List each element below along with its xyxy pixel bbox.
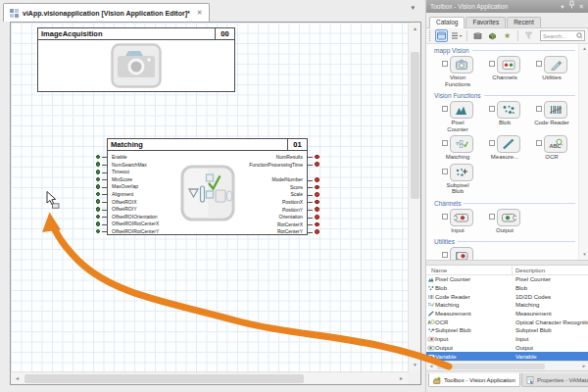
list-item-measurement[interactable]: MeasurementMeasurement: [426, 310, 588, 318]
list-view-button[interactable]: ▾: [450, 29, 463, 42]
checkbox[interactable]: [442, 252, 448, 258]
tab-toolbox[interactable]: Toolbox - Vision Application: [428, 373, 520, 387]
checkbox[interactable]: [489, 214, 495, 220]
image-acquisition-block[interactable]: ImageAcquisition 00: [37, 27, 235, 92]
catalog-item-input[interactable]: Input: [434, 208, 481, 236]
list-item-subpixel-blob[interactable]: Subpixel BlobSubpixel Blob: [426, 326, 588, 335]
scroll-down-icon[interactable]: ▼: [579, 250, 588, 260]
input-pin[interactable]: [96, 170, 101, 174]
catalog-item-matching[interactable]: Matching: [434, 134, 481, 163]
list-item-blob[interactable]: BlobBlob: [426, 284, 588, 293]
tab-favorites[interactable]: Favorites: [466, 17, 506, 27]
document-tab[interactable]: viApp.visionapplication [Vision Applicat…: [3, 3, 210, 22]
input-pin[interactable]: [96, 192, 101, 197]
catalog-item-pixel-counter[interactable]: Pixel Counter: [434, 100, 481, 134]
checkbox[interactable]: [442, 140, 448, 146]
list-item-code-reader[interactable]: Code Reader1D/2D Codes: [426, 292, 588, 301]
package-button[interactable]: [486, 29, 499, 42]
checkbox[interactable]: [489, 140, 495, 146]
catalog-item-subpixel-blob[interactable]: Subpixel Blob: [434, 163, 481, 197]
scroll-right-icon[interactable]: ►: [395, 372, 408, 385]
tab-properties[interactable]: Properties - VAMatching: [521, 373, 588, 387]
output-pin[interactable]: [315, 207, 319, 212]
checkbox[interactable]: [489, 106, 495, 112]
tab-list-dropdown-icon[interactable]: ▾: [411, 4, 415, 12]
output-pin[interactable]: [315, 222, 319, 227]
scrollbar-thumb[interactable]: [24, 374, 304, 383]
catalog-item-ocr[interactable]: ABC OCR: [528, 134, 575, 163]
output-pin[interactable]: [315, 192, 319, 197]
scroll-left-icon[interactable]: ◄: [11, 372, 24, 385]
category-view-button[interactable]: [435, 29, 448, 42]
scrollbar-thumb[interactable]: [411, 52, 419, 199]
scroll-up-icon[interactable]: ▲: [409, 23, 421, 35]
catalog-item-variable[interactable]: Variable: [434, 246, 481, 260]
catalog-item-utilities[interactable]: Utilities: [528, 55, 575, 89]
catalog-item-output[interactable]: Output: [481, 208, 528, 236]
checkbox[interactable]: [442, 169, 448, 174]
favorites-button[interactable]: ★: [501, 29, 514, 42]
catalog-item-channels[interactable]: Channels: [481, 55, 528, 89]
list-item-variable[interactable]: VariableVariable: [426, 352, 588, 361]
input-pin[interactable]: [96, 177, 101, 182]
output-pin[interactable]: [315, 229, 319, 234]
section-header-vision-functions[interactable]: Vision Functions: [434, 92, 575, 99]
input-pin[interactable]: [96, 207, 101, 212]
column-header-description[interactable]: Description: [513, 266, 588, 275]
input-pin[interactable]: [96, 199, 101, 204]
catalog-item-blob[interactable]: Blob: [481, 100, 528, 134]
module-button[interactable]: [471, 29, 484, 42]
catalog-item-label: OCR: [534, 154, 569, 161]
checkbox[interactable]: [536, 140, 542, 146]
output-pin[interactable]: [315, 200, 319, 205]
list-item-output[interactable]: OutputOutput: [426, 344, 588, 353]
editor-canvas[interactable]: ImageAcquisition 00 Ma: [10, 22, 421, 385]
toolbar-grip[interactable]: [429, 30, 431, 41]
checkbox[interactable]: [536, 61, 542, 67]
canvas-vertical-scrollbar[interactable]: ▲ ▼: [408, 23, 420, 371]
input-pin[interactable]: [96, 184, 101, 189]
output-pin[interactable]: [315, 162, 319, 167]
catalog-scrollbar[interactable]: ▲ ▼: [578, 44, 588, 260]
input-pin[interactable]: [96, 229, 101, 234]
input-pin[interactable]: [96, 162, 101, 167]
output-pin[interactable]: [315, 177, 319, 182]
section-header-utilities[interactable]: Utilities: [434, 238, 575, 245]
window-menu-icon[interactable]: ▾: [561, 0, 564, 13]
input-pin[interactable]: [96, 215, 101, 220]
section-header-mapp-vision[interactable]: mapp Vision: [434, 47, 575, 54]
checkbox[interactable]: [442, 214, 448, 220]
clear-filter-button[interactable]: [522, 29, 535, 42]
checkbox[interactable]: [489, 61, 495, 67]
list-item-pixel-counter[interactable]: Pixel CounterPixel Counter: [426, 275, 588, 284]
matching-block[interactable]: Matching 01 Enable NumSearchMax Timeout …: [107, 138, 308, 235]
close-icon[interactable]: ✕: [579, 0, 584, 13]
search-input[interactable]: [543, 33, 576, 39]
list-item-ocr[interactable]: AOCROptical Character Recognition: [426, 318, 588, 326]
checkbox[interactable]: [442, 106, 448, 112]
column-header-name[interactable]: Name: [426, 266, 513, 275]
pin-icon[interactable]: [568, 0, 575, 13]
catalog-item-code-reader[interactable]: Code Reader: [528, 100, 575, 134]
catalog-item-measurement[interactable]: Measure...: [481, 134, 528, 163]
section-header-channels[interactable]: Channels: [434, 200, 575, 207]
scrollbar-thumb[interactable]: [437, 364, 545, 369]
catalog-list: Name Description Pixel CounterPixel Coun…: [426, 266, 588, 370]
output-pin[interactable]: [315, 185, 319, 190]
checkbox[interactable]: [442, 61, 448, 67]
checkbox[interactable]: [536, 106, 542, 112]
input-pin[interactable]: [96, 221, 101, 226]
scroll-down-icon[interactable]: ▼: [409, 359, 421, 371]
scroll-up-icon[interactable]: ▲: [579, 44, 588, 54]
tab-recent[interactable]: Recent: [507, 17, 541, 27]
output-pin[interactable]: [315, 215, 319, 220]
output-pin[interactable]: [315, 155, 319, 160]
input-pin[interactable]: [96, 155, 101, 160]
list-item-matching[interactable]: MatchingMatching: [426, 301, 588, 310]
canvas-horizontal-scrollbar[interactable]: ◄ ►: [11, 371, 408, 384]
tab-catalog[interactable]: Catalog: [429, 17, 465, 28]
list-item-input[interactable]: InputInput: [426, 335, 588, 344]
catalog-item-vision-functions[interactable]: Vision Functions: [434, 55, 481, 89]
tab-close-icon[interactable]: ✕: [197, 9, 203, 17]
list-horizontal-scrollbar[interactable]: ◄ ►: [426, 361, 588, 370]
